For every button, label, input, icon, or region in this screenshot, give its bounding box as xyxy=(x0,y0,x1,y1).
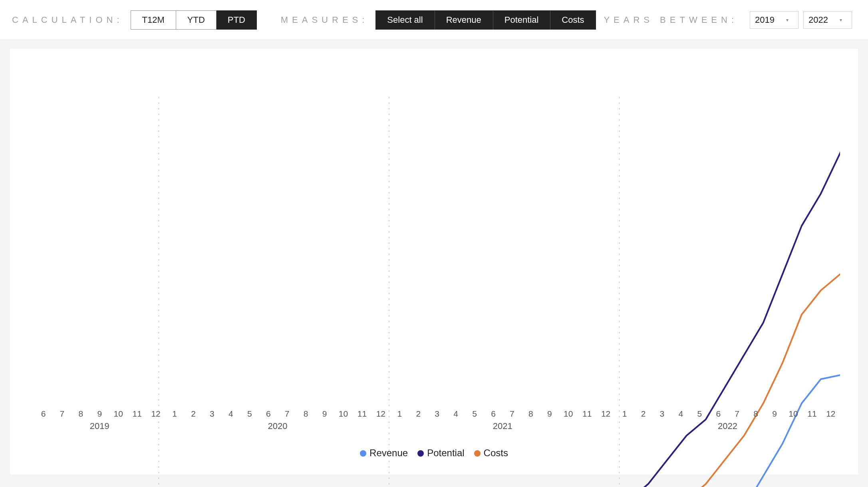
years-between-label: YEARS BETWEEN: xyxy=(604,15,738,25)
x-tick-month: 8 xyxy=(72,409,90,419)
x-tick-month: 7 xyxy=(53,409,72,419)
x-tick-year: 2020 xyxy=(165,421,390,431)
legend-item[interactable]: Revenue xyxy=(360,447,408,459)
x-tick-month: 8 xyxy=(747,409,765,419)
x-tick-month: 6 xyxy=(34,409,53,419)
calc-ytd-button[interactable]: YTD xyxy=(176,10,217,30)
year-from-dropdown[interactable]: 2019 ▾ xyxy=(750,11,798,29)
x-tick-month: 1 xyxy=(165,409,184,419)
x-tick-month: 2 xyxy=(409,409,428,419)
x-tick-month: 6 xyxy=(259,409,278,419)
year-to-dropdown[interactable]: 2022 ▾ xyxy=(803,11,852,29)
calc-t12m-button[interactable]: T12M xyxy=(131,10,176,30)
x-tick-month: 12 xyxy=(821,409,840,419)
x-tick-month: 5 xyxy=(465,409,484,419)
x-tick-month: 8 xyxy=(296,409,315,419)
measure-potential-button[interactable]: Potential xyxy=(493,10,550,30)
x-tick-month: 11 xyxy=(578,409,596,419)
x-tick-month: 10 xyxy=(334,409,353,419)
x-tick-year: 2022 xyxy=(615,421,840,431)
measure-select-all-button[interactable]: Select all xyxy=(375,10,434,30)
x-tick-month: 9 xyxy=(765,409,784,419)
x-tick-month: 3 xyxy=(653,409,671,419)
x-tick-month: 10 xyxy=(784,409,803,419)
chevron-down-icon: ▾ xyxy=(840,17,842,23)
x-tick-month: 9 xyxy=(315,409,334,419)
x-tick-year: 2021 xyxy=(390,421,615,431)
x-tick-month: 2 xyxy=(634,409,653,419)
legend-item[interactable]: Costs xyxy=(474,447,508,459)
x-tick-month: 8 xyxy=(521,409,540,419)
x-axis-month-labels: 6789101112123456789101112123456789101112… xyxy=(34,409,840,419)
x-tick-month: 6 xyxy=(709,409,728,419)
legend-item[interactable]: Potential xyxy=(417,447,464,459)
x-tick-month: 5 xyxy=(690,409,709,419)
x-tick-month: 5 xyxy=(240,409,259,419)
measure-revenue-button[interactable]: Revenue xyxy=(435,10,493,30)
x-tick-month: 2 xyxy=(184,409,203,419)
x-tick-year: 2019 xyxy=(34,421,165,431)
chart-legend: RevenuePotentialCosts xyxy=(10,447,858,459)
calculation-button-group: T12M YTD PTD xyxy=(131,10,257,30)
legend-marker-icon xyxy=(474,450,481,457)
legend-marker-icon xyxy=(360,450,366,457)
x-tick-month: 7 xyxy=(278,409,296,419)
x-tick-month: 11 xyxy=(802,409,821,419)
x-tick-month: 4 xyxy=(221,409,240,419)
x-tick-month: 10 xyxy=(109,409,128,419)
x-tick-month: 3 xyxy=(203,409,221,419)
x-tick-month: 7 xyxy=(503,409,521,419)
chevron-down-icon: ▾ xyxy=(786,17,789,23)
x-axis-year-labels: 2019202020212022 xyxy=(34,421,840,431)
year-to-value: 2022 xyxy=(808,15,828,25)
top-toolbar: CALCULATION: T12M YTD PTD MEASURES: Sele… xyxy=(0,0,868,40)
x-tick-month: 4 xyxy=(671,409,690,419)
x-tick-month: 9 xyxy=(90,409,109,419)
x-tick-month: 4 xyxy=(447,409,465,419)
x-tick-month: 11 xyxy=(128,409,147,419)
legend-marker-icon xyxy=(417,450,424,457)
x-tick-month: 10 xyxy=(559,409,578,419)
x-tick-month: 11 xyxy=(353,409,371,419)
measures-button-group: Select all Revenue Potential Costs xyxy=(375,10,596,30)
calc-ptd-button[interactable]: PTD xyxy=(217,10,257,30)
measures-label: MEASURES: xyxy=(281,15,369,25)
calculation-label: CALCULATION: xyxy=(12,15,123,25)
x-tick-month: 12 xyxy=(371,409,390,419)
x-tick-month: 1 xyxy=(390,409,409,419)
measure-costs-button[interactable]: Costs xyxy=(550,10,596,30)
x-tick-month: 1 xyxy=(615,409,634,419)
x-tick-month: 3 xyxy=(428,409,447,419)
chart-card: 6789101112123456789101112123456789101112… xyxy=(10,49,858,475)
x-tick-month: 7 xyxy=(728,409,747,419)
x-tick-month: 6 xyxy=(484,409,503,419)
x-tick-month: 12 xyxy=(596,409,615,419)
year-from-value: 2019 xyxy=(755,15,775,25)
x-tick-month: 9 xyxy=(540,409,559,419)
x-tick-month: 12 xyxy=(147,409,165,419)
